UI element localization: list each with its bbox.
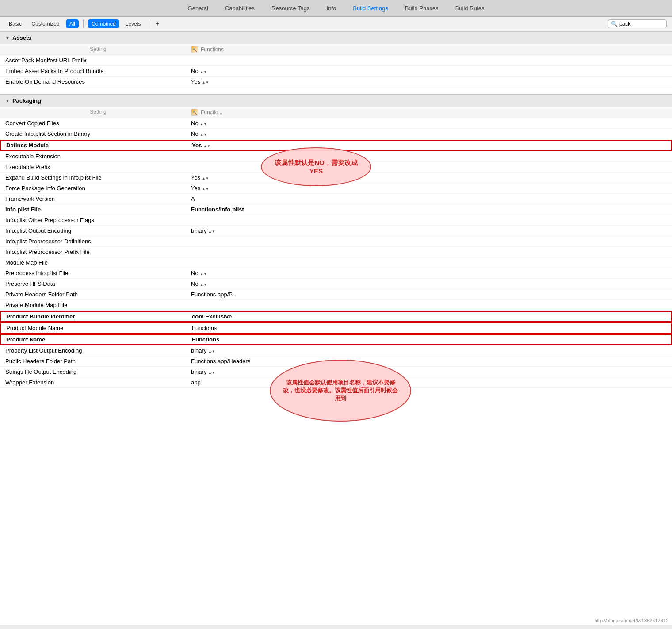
setting-name: Preprocess Info.plist File xyxy=(5,270,191,276)
table-row: Info.plist Preprocessor Prefix File xyxy=(0,247,672,257)
stepper-arrows[interactable]: ▲▼ xyxy=(200,70,207,74)
setting-name: Info.plist Other Preprocessor Flags xyxy=(5,217,191,223)
setting-name: Public Headers Folder Path xyxy=(5,358,191,364)
nav-build-settings[interactable]: Build Settings xyxy=(351,1,390,15)
setting-value: binary ▲▼ xyxy=(191,368,667,375)
toolbar: Basic Customized All Combined Levels + 🔍 xyxy=(0,17,672,31)
setting-name: Product Name xyxy=(6,336,192,343)
table-row: Create Info.plist Section in Binary No ▲… xyxy=(0,129,672,139)
stepper-arrows[interactable]: ▲▼ xyxy=(200,133,207,137)
setting-name: Defines Module xyxy=(6,142,192,149)
toolbar-divider xyxy=(83,20,84,28)
packaging-section-header[interactable]: ▼ Packaging xyxy=(0,94,672,107)
setting-value: Yes ▲▼ xyxy=(191,78,667,85)
setting-value: Yes ▲▼ xyxy=(192,142,666,149)
packaging-col-setting: Setting xyxy=(5,109,191,116)
packaging-col-headers: Setting 🔨 Functio... xyxy=(0,107,672,118)
toolbar-divider-2 xyxy=(149,20,149,28)
setting-name: Convert Copied Files xyxy=(5,120,191,127)
stepper-arrows[interactable]: ▲▼ xyxy=(200,123,207,126)
stepper-arrows[interactable]: ▲▼ xyxy=(202,188,209,191)
info-plist-row: Info.plist File Functions/Info.plist xyxy=(0,204,672,215)
assets-col-setting: Setting xyxy=(5,46,191,53)
setting-name: Product Module Name xyxy=(6,325,192,331)
table-row: Embed Asset Packs In Product Bundle No ▲… xyxy=(0,66,672,77)
nav-build-phases[interactable]: Build Phases xyxy=(403,1,440,15)
setting-value: A xyxy=(191,196,667,202)
nav-capabilities[interactable]: Capabilities xyxy=(223,1,256,15)
setting-name: Executable Extension xyxy=(5,153,191,160)
product-name-row: Product Name Functions xyxy=(0,334,672,345)
customized-button[interactable]: Customized xyxy=(28,19,63,28)
table-row: Info.plist Preprocessor Definitions xyxy=(0,236,672,247)
setting-value: binary ▲▼ xyxy=(191,347,667,354)
functions-icon: 🔨 xyxy=(191,46,198,53)
packaging-title: Packaging xyxy=(12,97,41,104)
all-button[interactable]: All xyxy=(66,19,79,28)
table-row: Enable On Demand Resources Yes ▲▼ xyxy=(0,77,672,87)
levels-button[interactable]: Levels xyxy=(122,19,145,28)
annotation-bubble-1: 该属性默认是NO，需要改成YES xyxy=(261,147,371,186)
setting-value: com.Exclusive... xyxy=(192,313,666,320)
setting-name: Executable Prefix xyxy=(5,164,191,170)
setting-name: Strings file Output Encoding xyxy=(5,368,191,375)
setting-name: Property List Output Encoding xyxy=(5,347,191,354)
setting-name: Framework Version xyxy=(5,196,191,202)
search-input[interactable] xyxy=(619,21,664,27)
nav-build-rules[interactable]: Build Rules xyxy=(454,1,486,15)
product-module-row: Product Module Name Functions xyxy=(0,322,672,334)
stepper-arrows[interactable]: ▲▼ xyxy=(203,145,210,148)
basic-button[interactable]: Basic xyxy=(5,19,25,28)
table-row: Info.plist Other Preprocessor Flags xyxy=(0,215,672,226)
assets-section-header[interactable]: ▼ Assets xyxy=(0,31,672,44)
annotation-text-2: 该属性值会默认使用项目名称，建议不要修改，也没必要修改。该属性值后面引用时候会用… xyxy=(283,379,398,403)
add-button[interactable]: + xyxy=(153,20,161,28)
setting-value: Functions.app/Headers xyxy=(191,358,667,364)
annotation-text-1: 该属性默认是NO，需要改成YES xyxy=(271,159,362,175)
setting-value: Yes ▲▼ xyxy=(191,174,667,181)
setting-value: Functions xyxy=(192,336,666,343)
table-row: Convert Copied Files No ▲▼ xyxy=(0,118,672,129)
nav-general[interactable]: General xyxy=(186,1,210,15)
setting-value: No ▲▼ xyxy=(191,280,667,287)
nav-info[interactable]: Info xyxy=(325,1,338,15)
stepper-arrows[interactable]: ▲▼ xyxy=(202,177,209,180)
table-row: Asset Pack Manifest URL Prefix xyxy=(0,55,672,66)
stepper-arrows[interactable]: ▲▼ xyxy=(208,350,215,353)
table-row: Private Module Map File xyxy=(0,300,672,311)
stepper-arrows[interactable]: ▲▼ xyxy=(200,283,207,287)
main-content: ▼ Assets Setting 🔨 Functions Asset Pack … xyxy=(0,31,672,625)
setting-name: Enable On Demand Resources xyxy=(5,78,191,85)
stepper-arrows[interactable]: ▲▼ xyxy=(200,272,207,276)
table-row: Framework Version A xyxy=(0,194,672,204)
assets-col-value: 🔨 Functions xyxy=(191,46,667,53)
setting-name: Info.plist Output Encoding xyxy=(5,227,191,234)
setting-name: Info.plist Preprocessor Prefix File xyxy=(5,249,191,255)
setting-value: No ▲▼ xyxy=(191,120,667,127)
stepper-arrows[interactable]: ▲▼ xyxy=(208,230,215,234)
setting-name: Info.plist File xyxy=(5,206,191,213)
setting-name: Private Module Map File xyxy=(5,302,191,308)
setting-value: app xyxy=(191,379,667,386)
setting-name: Product Bundle Identifier xyxy=(6,313,192,320)
setting-name: Preserve HFS Data xyxy=(5,280,191,287)
combined-button[interactable]: Combined xyxy=(88,19,119,28)
setting-value: Yes ▲▼ xyxy=(191,185,667,192)
setting-value: No ▲▼ xyxy=(191,270,667,276)
stepper-arrows[interactable]: ▲▼ xyxy=(202,81,209,84)
functions-icon-2: 🔨 xyxy=(191,109,198,116)
assets-title: Assets xyxy=(12,35,31,41)
search-icon: 🔍 xyxy=(611,21,618,27)
stepper-arrows[interactable]: ▲▼ xyxy=(208,371,215,375)
packaging-col-value: 🔨 Functio... xyxy=(191,109,667,116)
setting-name: Wrapper Extension xyxy=(5,379,191,386)
nav-resource-tags[interactable]: Resource Tags xyxy=(270,1,311,15)
table-row: Preserve HFS Data No ▲▼ xyxy=(0,279,672,289)
watermark: http://blog.csdn.net/lw1352617612 xyxy=(594,618,668,623)
setting-value: binary ▲▼ xyxy=(191,227,667,234)
setting-value: Functions.app/P... xyxy=(191,291,667,298)
setting-name: Asset Pack Manifest URL Prefix xyxy=(5,57,191,64)
annotation-bubble-2: 该属性值会默认使用项目名称，建议不要修改，也没必要修改。该属性值后面引用时候会用… xyxy=(270,360,411,422)
setting-value: Functions/Info.plist xyxy=(191,206,667,213)
product-bundle-row: Product Bundle Identifier com.Exclusive.… xyxy=(0,311,672,322)
